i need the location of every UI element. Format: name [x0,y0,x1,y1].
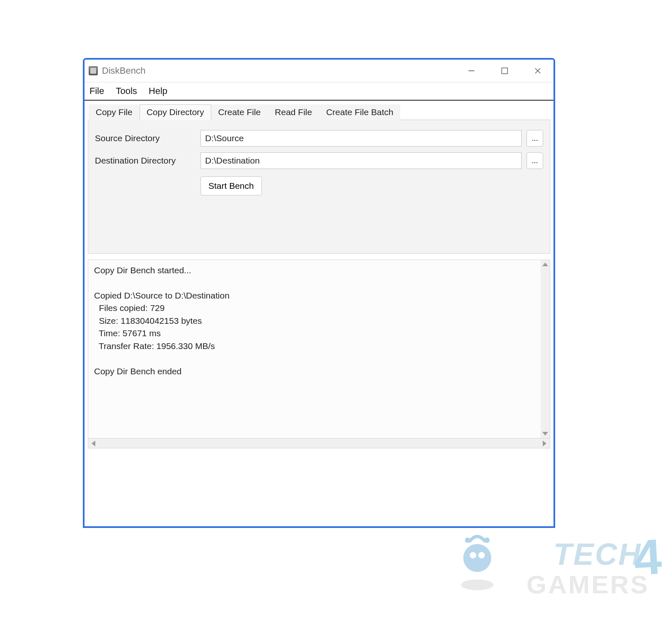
output-text[interactable]: Copy Dir Bench started... Copied D:\Sour… [88,260,541,438]
minimize-button[interactable] [463,63,480,79]
titlebar[interactable]: DiskBench [85,60,554,82]
menubar: File Tools Help [85,82,554,101]
svg-point-5 [463,544,491,572]
browse-destination-button[interactable]: ... [527,152,543,169]
svg-rect-1 [502,68,508,74]
watermark-text-top: TECH [554,537,642,572]
tabstrip: Copy File Copy Directory Create File Rea… [88,104,550,120]
source-label: Source Directory [95,133,201,143]
destination-row: Destination Directory ... [95,152,543,169]
scroll-left-icon[interactable] [92,441,95,446]
watermark: TECH 4 GAMERS [450,524,649,597]
svg-point-7 [479,552,485,559]
tab-create-file[interactable]: Create File [211,104,268,120]
browse-source-button[interactable]: ... [527,130,543,147]
horizontal-scrollbar[interactable] [88,438,550,448]
form-panel: Source Directory ... Destination Directo… [88,120,550,254]
watermark-text-bottom: GAMERS [527,570,649,599]
app-window: DiskBench File Tools Help Copy File Copy… [83,58,555,528]
client-area: Copy File Copy Directory Create File Rea… [85,101,554,452]
svg-point-4 [461,580,493,590]
scroll-right-icon[interactable] [543,441,546,446]
menu-file[interactable]: File [89,86,104,96]
vertical-scrollbar[interactable] [541,260,550,438]
source-row: Source Directory ... [95,130,543,147]
tab-create-file-batch[interactable]: Create File Batch [319,104,400,120]
destination-input[interactable] [201,152,522,169]
maximize-button[interactable] [496,63,513,79]
svg-point-8 [465,537,470,543]
tab-copy-file[interactable]: Copy File [89,104,140,120]
svg-point-6 [470,552,476,559]
tab-read-file[interactable]: Read File [268,104,319,120]
scroll-up-icon[interactable] [542,263,548,266]
mascot-icon [450,528,504,590]
close-button[interactable] [529,63,546,79]
svg-point-9 [484,537,490,543]
window-controls [463,63,546,79]
app-icon [89,66,98,75]
scroll-down-icon[interactable] [542,432,548,436]
menu-help[interactable]: Help [149,86,167,96]
window-title: DiskBench [102,65,463,76]
menu-tools[interactable]: Tools [116,86,137,96]
destination-label: Destination Directory [95,156,201,166]
start-row: Start Bench [95,176,543,195]
output-panel: Copy Dir Bench started... Copied D:\Sour… [88,260,550,438]
tab-copy-directory[interactable]: Copy Directory [140,104,211,120]
start-bench-button[interactable]: Start Bench [201,176,262,195]
source-input[interactable] [201,130,522,147]
watermark-text-four: 4 [633,528,663,586]
